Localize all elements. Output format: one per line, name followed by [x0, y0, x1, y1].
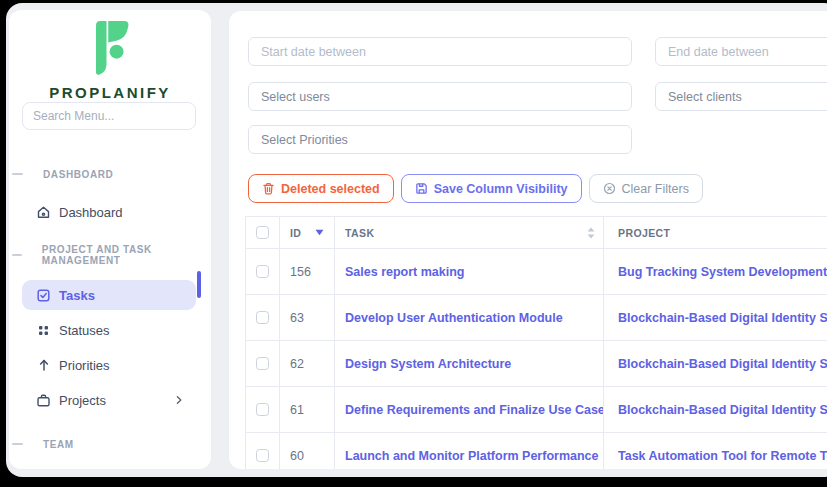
active-item-indicator [197, 271, 201, 298]
table-row[interactable]: 61 Define Requirements and Finalize Use … [246, 387, 827, 433]
sidebar-item-tasks[interactable]: Tasks [22, 280, 196, 310]
select-all-checkbox[interactable] [256, 226, 269, 239]
clients-filter[interactable] [655, 82, 827, 111]
sidebar-item-priorities[interactable]: Priorities [22, 351, 196, 379]
row-checkbox[interactable] [256, 265, 269, 278]
row-checkbox[interactable] [256, 311, 269, 324]
project-link[interactable]: Blockchain-Based Digital Identity System [618, 311, 827, 325]
table-row[interactable]: 60 Launch and Monitor Platform Performan… [246, 433, 827, 469]
clear-filters-label: Clear Filters [622, 182, 689, 196]
main-content: Deleted selected Save Column Visibility [229, 11, 827, 469]
grid-icon [36, 323, 51, 338]
task-id: 61 [280, 387, 335, 432]
column-header-task[interactable]: TASK [345, 227, 374, 239]
briefcase-icon [36, 393, 51, 408]
section-label: DASHBOARD [43, 169, 113, 180]
task-id: 156 [280, 249, 335, 294]
project-link[interactable]: Task Automation Tool for Remote Teams [618, 449, 827, 463]
section-dash-icon [12, 443, 23, 445]
arrow-up-icon [36, 358, 51, 373]
circle-x-icon [603, 182, 616, 195]
table-row[interactable]: 62 Design System Architecture Blockchain… [246, 341, 827, 387]
brand: PROPLANIFY [9, 20, 211, 101]
task-id: 63 [280, 295, 335, 340]
task-link[interactable]: Sales report making [345, 265, 465, 279]
search-input[interactable] [22, 102, 196, 130]
section-label: PROJECT AND TASK MANAGEMENT [42, 244, 211, 266]
sidebar-item-dashboard[interactable]: Dashboard [22, 198, 196, 226]
users-filter[interactable] [248, 82, 632, 111]
section-project-task: PROJECT AND TASK MANAGEMENT [9, 248, 211, 262]
sidebar: PROPLANIFY DASHBOARD Dashboard PROJECT A… [9, 10, 211, 469]
section-dash-icon [12, 254, 22, 256]
table-row[interactable]: 63 Develop User Authentication Module Bl… [246, 295, 827, 341]
start-date-filter[interactable] [248, 37, 632, 66]
delete-selected-button[interactable]: Deleted selected [248, 174, 394, 203]
tasks-table: ID TASK PROJECT [245, 216, 827, 469]
row-checkbox[interactable] [256, 403, 269, 416]
home-icon [36, 205, 51, 220]
save-column-visibility-label: Save Column Visibility [434, 182, 568, 196]
project-link[interactable]: Bug Tracking System Development [618, 265, 827, 279]
sort-desc-icon[interactable] [315, 229, 324, 236]
toolbar: Deleted selected Save Column Visibility [248, 174, 703, 203]
priorities-filter[interactable] [248, 125, 632, 154]
section-dash-icon [12, 173, 23, 175]
task-link[interactable]: Develop User Authentication Module [345, 311, 563, 325]
table-header-row: ID TASK PROJECT [246, 217, 827, 249]
task-link[interactable]: Launch and Monitor Platform Performance [345, 449, 599, 463]
task-id: 60 [280, 433, 335, 469]
brand-name: PROPLANIFY [9, 84, 211, 101]
sidebar-item-label: Tasks [59, 288, 95, 303]
sidebar-item-label: Dashboard [59, 205, 123, 220]
save-column-visibility-button[interactable]: Save Column Visibility [401, 174, 582, 203]
project-link[interactable]: Blockchain-Based Digital Identity System [618, 403, 827, 417]
section-dashboard: DASHBOARD [9, 167, 113, 181]
app-window: PROPLANIFY DASHBOARD Dashboard PROJECT A… [0, 0, 827, 487]
project-link[interactable]: Blockchain-Based Digital Identity System [618, 357, 827, 371]
brand-logo-icon [89, 20, 131, 78]
row-checkbox[interactable] [256, 449, 269, 462]
trash-icon [262, 182, 275, 195]
sidebar-item-label: Priorities [59, 358, 110, 373]
sidebar-item-label: Statuses [59, 323, 110, 338]
section-team: TEAM [9, 437, 74, 451]
delete-selected-label: Deleted selected [281, 182, 380, 196]
sidebar-item-label: Projects [59, 393, 106, 408]
sidebar-item-statuses[interactable]: Statuses [22, 316, 196, 344]
sidebar-item-projects[interactable]: Projects [22, 386, 196, 414]
clear-filters-button[interactable]: Clear Filters [589, 174, 703, 203]
task-link[interactable]: Define Requirements and Finalize Use Cas… [345, 403, 603, 417]
column-header-id[interactable]: ID [290, 227, 301, 239]
sort-both-icon[interactable] [587, 227, 595, 239]
task-link[interactable]: Design System Architecture [345, 357, 511, 371]
end-date-filter[interactable] [655, 37, 827, 66]
column-header-project[interactable]: PROJECT [618, 227, 670, 239]
row-checkbox[interactable] [256, 357, 269, 370]
section-label: TEAM [43, 439, 74, 450]
task-id: 62 [280, 341, 335, 386]
chevron-right-icon [174, 395, 184, 405]
tasks-icon [36, 288, 51, 303]
save-icon [415, 182, 428, 195]
table-row[interactable]: 156 Sales report making Bug Tracking Sys… [246, 249, 827, 295]
